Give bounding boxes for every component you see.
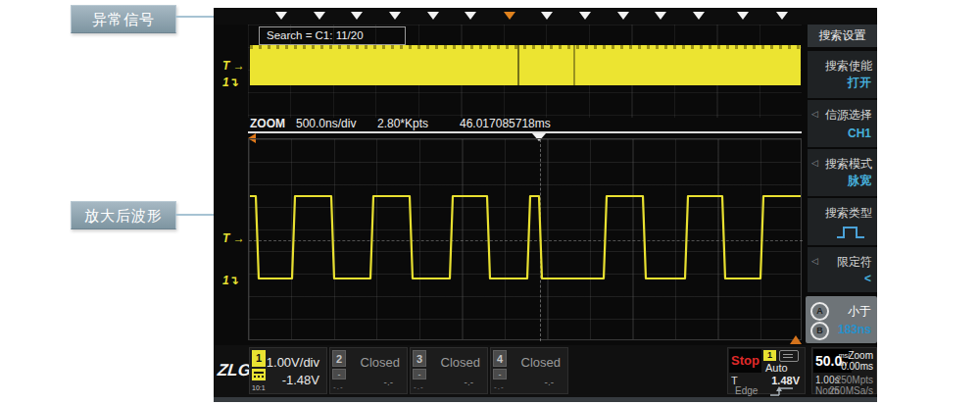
channel2-badge: 2 [332, 350, 346, 367]
sidebar-title: 搜索设置 [808, 25, 877, 47]
acquisition-state: Stop [729, 349, 761, 373]
probe-ratio: 10:1 [252, 384, 266, 391]
search-marker-active-icon [504, 12, 515, 20]
qualifier-time-value: 183ns [838, 323, 871, 336]
trigger-type: Edge [735, 385, 758, 396]
zoom-label: ZOOM [250, 117, 285, 130]
rising-edge-icon [769, 385, 795, 397]
zoom-offset-value: 0.00ms [841, 361, 873, 372]
channel3-coupling-placeholder: - [413, 369, 426, 380]
search-marker-icon [579, 12, 591, 20]
menu-item-search-mode[interactable]: ◁ 搜索模式 脉宽 [808, 149, 877, 196]
channel1-badge: 1 [252, 350, 266, 367]
search-marker-icon [465, 12, 476, 20]
callout-zoomed-waveform-label: 放大后波形 [84, 207, 163, 224]
trigger-level-marker[interactable]: T → [222, 59, 245, 73]
channel4-block[interactable]: 4 - -.- Closed -.- [490, 347, 568, 394]
menu-value: 打开 [848, 75, 871, 91]
menu-item-search-enable[interactable]: 搜索使能 打开 [808, 51, 877, 98]
menu-item-source-select[interactable]: ◁ 信源选择 CH1 [808, 100, 877, 147]
channel4-status: Closed [521, 355, 561, 370]
knob-b-icon[interactable]: B [810, 322, 829, 340]
zoom-samples: 2.80*Kpts [377, 117, 428, 130]
menu-label: 搜索类型 [825, 205, 872, 222]
menu-label: 搜索模式 [825, 156, 872, 173]
channel3-probe-placeholder: -.- [414, 382, 424, 391]
trigger-block[interactable]: Stop 1 Auto T 1.48V Edge [727, 347, 806, 394]
search-marker-icon [314, 12, 325, 20]
menu-label: 搜索使能 [825, 58, 872, 75]
left-arrow-icon: ◁ [811, 109, 818, 119]
channel1-scale: 1.00V/div [267, 355, 319, 370]
channel1-offset-marker[interactable]: 1↴ [222, 76, 239, 89]
knob-a-icon[interactable]: A [810, 302, 829, 321]
pulse-icon [836, 225, 865, 240]
channel3-status: Closed [441, 355, 480, 370]
search-marker-icon [776, 12, 788, 20]
zoom-offset: 46.017085718ms [460, 117, 551, 130]
arrow-hook-icon: ↴ [229, 274, 239, 287]
callout-abnormal-signal: 异常信号 [71, 5, 176, 33]
search-marker-icon [351, 12, 363, 20]
arrow-hook-icon: ↴ [229, 76, 239, 89]
oscilloscope-screen: Search = C1: 11/20 T → 1↴ ZOOM 500.0ns/d… [214, 8, 877, 402]
callout-abnormal-signal-label: 异常信号 [92, 11, 155, 27]
zoom-divider-line [248, 131, 802, 133]
channel4-badge: 4 [493, 350, 507, 367]
channel2-coupling-placeholder: - [332, 369, 346, 380]
channel3-offset-placeholder: -.- [465, 377, 473, 387]
menu-label: 限定符 [837, 254, 872, 271]
menu-item-search-type[interactable]: 搜索类型 [808, 198, 877, 245]
channel4-coupling-placeholder: - [493, 369, 507, 380]
compressed-waveform [250, 45, 801, 85]
channel4-offset-placeholder: -.- [545, 377, 554, 387]
qualifier-condition-label: 小于 [848, 303, 871, 320]
menu-value: 脉宽 [848, 173, 871, 189]
channel1-block[interactable]: 1 10:1 1.00V/div -1.48V [249, 347, 327, 394]
screen-bottom-edge [214, 397, 877, 402]
arrow-right-icon: → [233, 231, 245, 245]
zoomed-square-wave [248, 138, 802, 340]
arrow-right-icon: → [233, 59, 245, 73]
channel2-probe-placeholder: -.- [333, 382, 344, 391]
channel2-status: Closed [361, 355, 400, 370]
main-waveform-window [248, 25, 802, 118]
menu-value: < [864, 272, 871, 285]
knob-adjust-panel[interactable]: A B 小于 183ns [806, 296, 877, 343]
menu-value: CH1 [848, 127, 871, 140]
zoom-channel1-marker[interactable]: 1↴ [222, 274, 239, 287]
search-marker-icon [737, 12, 749, 20]
zoom-timebase: 500.0ns/div [296, 117, 356, 130]
timebase-block[interactable]: 50.0 ms/ div Zoom 0.00ms 1.00s 250Mpts N… [811, 347, 877, 394]
channel2-block[interactable]: 2 - -.- Closed -.- [329, 347, 408, 394]
bottom-status-bar: ZLG® 1 10:1 1.00V/div -1.48V 2 - -.- Clo… [214, 345, 877, 397]
search-marker-icon [275, 12, 287, 20]
left-arrow-icon: ◁ [811, 256, 818, 266]
channel1-offset: -1.48V [282, 373, 319, 387]
channel2-offset-placeholder: -.- [384, 377, 393, 387]
bottom-position-marker-icon [790, 335, 802, 344]
trigger-position-line [573, 45, 575, 85]
left-arrow-icon: ◁ [811, 158, 818, 168]
trigger-signal-icon [779, 350, 799, 362]
menu-item-qualifier[interactable]: ◁ 限定符 < [808, 247, 877, 292]
zoom-mode-label: Zoom [848, 350, 873, 361]
search-marker-icon [617, 12, 629, 20]
zoom-position-line [517, 45, 519, 85]
search-marker-icon [389, 12, 401, 20]
channel3-badge: 3 [413, 350, 426, 367]
menu-label: 信源选择 [825, 107, 872, 124]
channel4-probe-placeholder: -.- [494, 382, 505, 391]
memory-depth: 250Mpts [836, 375, 873, 385]
sample-rate: 250MSa/s [829, 385, 873, 396]
search-marker-icon [655, 12, 666, 20]
search-marker-icon [427, 12, 439, 20]
search-markers [214, 8, 877, 25]
callout-zoomed-waveform: 放大后波形 [71, 201, 176, 229]
search-marker-icon [693, 12, 705, 20]
zoom-trigger-level-marker[interactable]: T → [222, 231, 245, 245]
trigger-source-badge: 1 [763, 350, 776, 361]
channel3-block[interactable]: 3 - -.- Closed -.- [410, 347, 488, 394]
trigger-sweep-mode: Auto [765, 362, 788, 374]
search-marker-icon [541, 12, 553, 20]
